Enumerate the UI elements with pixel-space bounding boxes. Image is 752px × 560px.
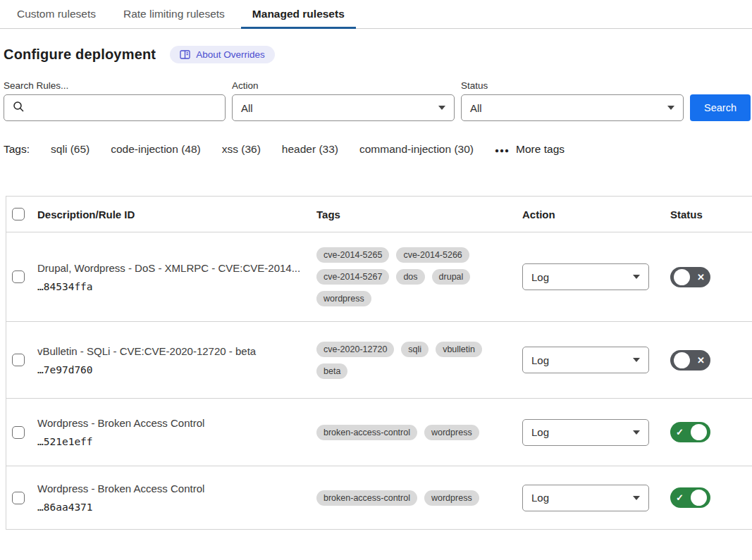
search-rules-input[interactable] — [4, 94, 226, 121]
rule-id: …86aa4371 — [37, 502, 302, 513]
tag-pill: cve-2014-5265 — [316, 247, 389, 263]
row-action-value: Log — [531, 492, 549, 504]
more-tags-label: More tags — [516, 143, 565, 156]
row-action-select[interactable]: Log — [522, 419, 649, 446]
search-rules-label: Search Rules... — [4, 80, 226, 91]
tag-pill: cve-2014-5266 — [396, 247, 469, 263]
table-row: vBulletin - SQLi - CVE:CVE-2020-12720 - … — [6, 322, 752, 399]
page-title: Configure deployment — [4, 46, 156, 63]
chevron-down-icon — [633, 496, 640, 500]
x-icon: ✕ — [695, 356, 707, 365]
tab-custom-rulesets[interactable]: Custom rulesets — [6, 0, 107, 29]
check-icon: ✓ — [674, 428, 686, 437]
row-checkbox[interactable] — [12, 354, 25, 366]
rules-table: Description/Rule ID Tags Action Status D… — [6, 196, 752, 530]
tag-pill: dos — [396, 269, 424, 285]
tag-pill: wordpress — [424, 425, 479, 440]
toggle-knob — [674, 352, 690, 368]
tab-managed-rulesets[interactable]: Managed rulesets — [241, 0, 356, 29]
search-rules-filter: Search Rules... — [4, 80, 226, 121]
page-header: Configure deployment About Overrides — [4, 46, 752, 63]
tag-pill: vbulletin — [436, 342, 482, 357]
row-checkbox[interactable] — [12, 270, 25, 283]
table-row: Wordpress - Broken Access Control …86aa4… — [6, 466, 752, 530]
chevron-down-icon — [633, 430, 640, 435]
toggle-knob — [691, 490, 707, 506]
tag-pill: broken-access-control — [316, 490, 417, 506]
select-all-cell — [6, 208, 37, 220]
action-filter-value: All — [241, 102, 253, 114]
tag-pill: cve-2014-5267 — [316, 269, 389, 285]
tab-rate-limiting-rulesets[interactable]: Rate limiting rulesets — [112, 0, 236, 29]
tag-filter-header[interactable]: header (33) — [282, 143, 338, 156]
x-icon: ✕ — [695, 273, 707, 282]
row-action-select[interactable]: Log — [522, 263, 649, 290]
rule-id: …7e97d760 — [37, 364, 302, 375]
filter-bar: Search Rules... Action All Status — [4, 80, 752, 121]
rule-description: Wordpress - Broken Access Control — [37, 417, 302, 429]
table-row: Drupal, Wordpress - DoS - XMLRPC - CVE:C… — [6, 232, 752, 322]
tag-pill: cve-2020-12720 — [316, 342, 394, 357]
tab-bar: Custom rulesets Rate limiting rulesets M… — [0, 0, 752, 29]
about-overrides-label: About Overrides — [196, 49, 265, 60]
select-all-checkbox[interactable] — [12, 208, 25, 220]
tag-filter-code-injection[interactable]: code-injection (48) — [111, 143, 201, 156]
chevron-down-icon — [438, 106, 445, 110]
status-filter-value: All — [470, 102, 482, 114]
check-icon: ✓ — [674, 493, 686, 502]
rule-description: Wordpress - Broken Access Control — [37, 483, 302, 494]
action-filter-label: Action — [232, 80, 455, 91]
search-button[interactable]: Search — [690, 94, 751, 121]
column-header-description: Description/Rule ID — [37, 209, 316, 220]
column-header-action: Action — [522, 209, 663, 220]
status-filter-select[interactable]: All — [461, 94, 684, 121]
status-toggle-on[interactable]: ✓ — [670, 422, 710, 442]
row-action-value: Log — [531, 426, 549, 438]
tag-pill: wordpress — [316, 291, 371, 306]
tag-filter-sqli[interactable]: sqli (65) — [51, 143, 90, 156]
tag-pill: broken-access-control — [316, 425, 417, 440]
column-header-tags: Tags — [316, 209, 522, 220]
status-filter-label: Status — [461, 80, 684, 91]
row-action-select[interactable]: Log — [522, 485, 649, 511]
rule-id: …84534ffa — [37, 281, 302, 292]
search-icon — [13, 101, 25, 115]
row-action-select[interactable]: Log — [522, 347, 649, 373]
row-checkbox[interactable] — [12, 426, 25, 439]
status-toggle-on[interactable]: ✓ — [670, 487, 710, 508]
chevron-down-icon — [633, 275, 640, 279]
tag-pill: beta — [316, 363, 347, 379]
tag-pill: wordpress — [424, 490, 479, 506]
tags-label: Tags: — [4, 143, 30, 156]
table-header-row: Description/Rule ID Tags Action Status — [6, 197, 752, 232]
row-action-value: Log — [531, 271, 549, 283]
table-row: Wordpress - Broken Access Control …521e1… — [6, 399, 752, 466]
rule-description: vBulletin - SQLi - CVE:CVE-2020-12720 - … — [37, 345, 302, 357]
row-checkbox[interactable] — [12, 492, 25, 504]
toggle-knob — [674, 269, 690, 285]
status-toggle-off[interactable]: ✕ — [670, 267, 710, 287]
chevron-down-icon — [667, 106, 674, 110]
action-filter: Action All — [232, 80, 455, 121]
tag-filter-command-injection[interactable]: command-injection (30) — [359, 143, 474, 156]
tag-pill: drupal — [432, 269, 471, 285]
row-action-value: Log — [531, 354, 549, 366]
ellipsis-icon: ●●● — [495, 147, 510, 154]
rule-id: …521e1eff — [37, 436, 302, 447]
status-toggle-off[interactable]: ✕ — [670, 350, 710, 371]
rule-description: Drupal, Wordpress - DoS - XMLRPC - CVE:C… — [37, 262, 302, 274]
chevron-down-icon — [633, 358, 640, 362]
tag-filter-xss[interactable]: xss (36) — [222, 143, 261, 156]
book-icon — [180, 50, 190, 59]
status-filter: Status All — [461, 80, 684, 121]
about-overrides-link[interactable]: About Overrides — [170, 46, 275, 63]
tags-bar: Tags: sqli (65) code-injection (48) xss … — [4, 143, 752, 156]
more-tags-button[interactable]: ●●● More tags — [495, 143, 565, 156]
toggle-knob — [691, 424, 707, 440]
tag-pill: sqli — [401, 342, 429, 357]
column-header-status: Status — [663, 209, 752, 220]
action-filter-select[interactable]: All — [232, 94, 455, 121]
